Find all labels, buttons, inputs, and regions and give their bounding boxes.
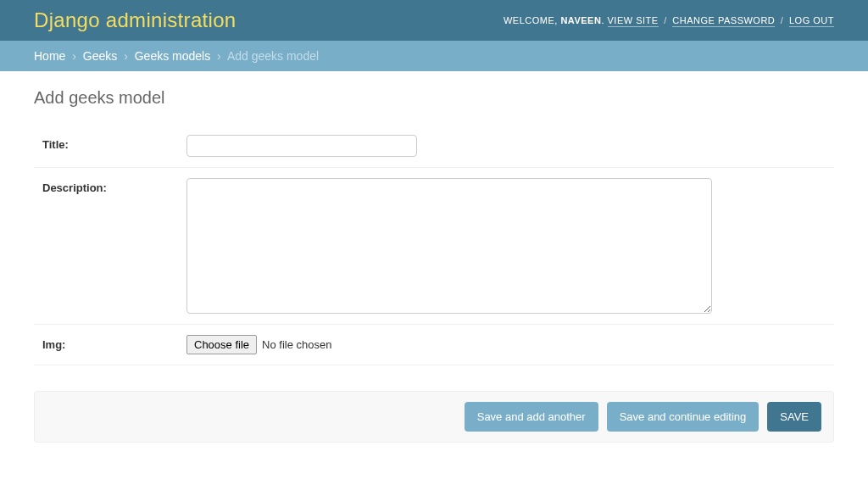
breadcrumb-home[interactable]: Home xyxy=(34,49,65,63)
file-input-wrap: Choose file No file chosen xyxy=(186,335,331,354)
add-form: Title: Description: Img: Choose file No … xyxy=(34,125,834,443)
logout-link[interactable]: LOG OUT xyxy=(789,15,834,27)
site-title: Django administration xyxy=(34,8,236,32)
view-site-link[interactable]: VIEW SITE xyxy=(608,15,659,27)
breadcrumb-app[interactable]: Geeks xyxy=(83,49,117,63)
user-tools: WELCOME, NAVEEN. VIEW SITE / CHANGE PASS… xyxy=(504,15,834,25)
choose-file-button[interactable]: Choose file xyxy=(186,335,257,354)
save-button[interactable]: SAVE xyxy=(767,402,821,432)
form-row-description: Description: xyxy=(34,168,834,325)
save-add-another-button[interactable]: Save and add another xyxy=(465,402,598,432)
title-label: Title: xyxy=(42,135,186,151)
breadcrumb-sep: › xyxy=(217,49,221,63)
breadcrumb-model[interactable]: Geeks models xyxy=(135,49,210,63)
page-title: Add geeks model xyxy=(34,88,834,108)
welcome-text: WELCOME, xyxy=(504,15,560,25)
file-status: No file chosen xyxy=(262,338,331,351)
title-input[interactable] xyxy=(186,135,417,157)
breadcrumb-current: Add geeks model xyxy=(227,49,319,63)
description-textarea[interactable] xyxy=(186,178,712,314)
link-separator: / xyxy=(777,15,787,25)
save-continue-editing-button[interactable]: Save and continue editing xyxy=(607,402,760,432)
breadcrumb: Home › Geeks › Geeks models › Add geeks … xyxy=(0,41,868,71)
username: NAVEEN xyxy=(560,15,601,25)
dot-separator: . xyxy=(601,15,607,25)
header: Django administration WELCOME, NAVEEN. V… xyxy=(0,0,868,41)
link-separator: / xyxy=(661,15,670,25)
form-row-img: Img: Choose file No file chosen xyxy=(34,325,834,365)
img-label: Img: xyxy=(42,335,186,351)
submit-row: Save and add another Save and continue e… xyxy=(34,391,834,443)
description-label: Description: xyxy=(42,178,186,194)
change-password-link[interactable]: CHANGE PASSWORD xyxy=(672,15,775,27)
content: Add geeks model Title: Description: Img:… xyxy=(0,71,868,460)
form-row-title: Title: xyxy=(34,125,834,168)
breadcrumb-sep: › xyxy=(72,49,76,63)
breadcrumb-sep: › xyxy=(124,49,128,63)
